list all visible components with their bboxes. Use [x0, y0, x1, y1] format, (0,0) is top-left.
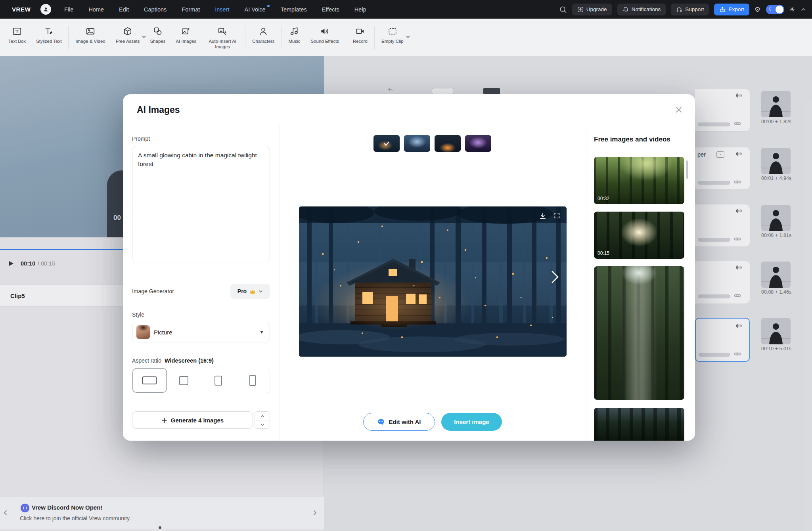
crown-icon: [249, 288, 256, 294]
toolbar-characters[interactable]: Characters: [247, 19, 280, 56]
toolbar-auto-insert-ai-images[interactable]: Auto-Insert AI Images: [201, 19, 243, 56]
result-preview-panel: Edit with AI Insert image: [280, 125, 586, 441]
settings-gear-icon[interactable]: ⚙: [755, 5, 761, 14]
menu-file[interactable]: File: [64, 6, 73, 13]
sun-icon[interactable]: ☀: [789, 6, 795, 13]
chevron-down-icon[interactable]: [406, 34, 410, 39]
next-image-icon[interactable]: [550, 269, 560, 285]
image-generator-row: Image Generator Pro: [132, 284, 270, 299]
aspect-option-portrait[interactable]: [201, 368, 236, 393]
ai-images-icon: [181, 27, 191, 36]
prompt-label: Prompt: [132, 136, 150, 142]
image-actions: [539, 212, 560, 220]
toolbar-text-box[interactable]: Text Box: [3, 19, 31, 56]
moon-icon: ☾: [769, 6, 773, 12]
result-thumb-3[interactable]: [435, 135, 461, 152]
widescreen-shape: [142, 376, 157, 384]
aspect-option-vertical[interactable]: [236, 368, 270, 393]
plus-icon: [161, 417, 167, 423]
stepper-up[interactable]: [255, 412, 270, 420]
toggle-knob: [776, 6, 783, 13]
aspect-ratio-value: Widescreen (16:9): [165, 357, 214, 364]
text-box-icon: [12, 27, 22, 36]
headset-icon: [676, 6, 682, 13]
shapes-icon: [153, 27, 163, 36]
toolbar-stylized-text[interactable]: Stylized Text: [31, 19, 67, 56]
stepper-down[interactable]: [255, 420, 270, 429]
app-logo: VREW: [12, 0, 31, 19]
fullscreen-icon[interactable]: [553, 212, 560, 220]
ai-images-modal: AI Images Prompt A small glowing cabin i…: [123, 94, 695, 441]
menu-insert[interactable]: Insert: [215, 6, 229, 13]
insert-image-button[interactable]: Insert image: [441, 413, 502, 431]
export-button[interactable]: Export: [714, 4, 749, 15]
menu-templates[interactable]: Templates: [281, 6, 307, 13]
app-screen: VREW File Home Edit Captions Format Inse…: [0, 0, 812, 531]
result-thumb-1-selected[interactable]: [373, 135, 400, 152]
toolbar-sound-effects[interactable]: Sound Effects: [306, 19, 344, 56]
search-icon[interactable]: [559, 6, 567, 13]
toolbar-empty-clip[interactable]: Empty Clip: [376, 19, 409, 56]
theme-toggle[interactable]: ☾: [766, 5, 784, 14]
free-media-item[interactable]: [594, 408, 684, 441]
duration-badge: 00:32: [598, 196, 609, 201]
chevron-up-icon[interactable]: [800, 6, 806, 13]
toolbar-record[interactable]: Record: [348, 19, 373, 56]
download-icon[interactable]: [539, 212, 547, 220]
upgrade-button[interactable]: Upgrade: [572, 4, 612, 15]
aspect-option-square[interactable]: [167, 368, 201, 393]
insert-toolbar: Text Box Stylized Text Image & Video Fre…: [0, 19, 812, 56]
notification-dot: [267, 5, 270, 7]
notifications-button[interactable]: Notifications: [617, 4, 666, 15]
toolbar-divider: [346, 26, 346, 49]
user-avatar[interactable]: [40, 4, 51, 15]
toolbar-ai-images[interactable]: AI Images: [170, 19, 201, 56]
free-media-item[interactable]: 00:15: [594, 212, 684, 259]
top-menubar: VREW File Home Edit Captions Format Inse…: [0, 0, 812, 19]
aspect-ratio-row: Aspect ratio Widescreen (16:9): [132, 357, 214, 364]
music-icon: [289, 27, 299, 36]
modal-title: AI Images: [137, 94, 180, 125]
vertical-shape: [249, 375, 256, 386]
generate-images-button[interactable]: Generate 4 images: [132, 411, 253, 429]
toolbar-shapes[interactable]: Shapes: [145, 19, 170, 56]
empty-clip-icon: [388, 27, 397, 36]
result-thumb-2[interactable]: [404, 135, 430, 152]
stylized-text-icon: [44, 27, 54, 36]
prompt-input[interactable]: A small glowing cabin in the magical twi…: [132, 146, 270, 262]
image-generator-select[interactable]: Pro: [230, 284, 270, 299]
free-media-item[interactable]: [594, 266, 684, 400]
caret-down-icon: ▼: [259, 329, 264, 335]
menu-captions[interactable]: Captions: [144, 6, 167, 13]
support-button[interactable]: Support: [671, 4, 709, 15]
main-menu: File Home Edit Captions Format Insert AI…: [64, 0, 366, 19]
toolbar-divider: [245, 26, 245, 49]
characters-icon: [259, 27, 268, 36]
menu-edit[interactable]: Edit: [119, 6, 129, 13]
selected-overlay: [373, 135, 400, 152]
image-generator-label: Image Generator: [132, 288, 174, 294]
menu-ai-voice[interactable]: AI Voice: [244, 6, 265, 13]
toolbar-image-video[interactable]: Image & Video: [70, 19, 110, 56]
bell-icon: [622, 6, 629, 13]
edit-with-ai-button[interactable]: Edit with AI: [363, 413, 435, 431]
toolbar-free-assets[interactable]: Free Assets: [111, 19, 145, 56]
style-select[interactable]: Picture ▼: [132, 322, 270, 342]
menu-effects[interactable]: Effects: [322, 6, 339, 13]
modal-body: Prompt A small glowing cabin in the magi…: [123, 125, 695, 441]
free-media-panel: Free images and videos 00:32 00:15: [586, 125, 695, 441]
auto-insert-ai-images-icon: [218, 27, 227, 36]
menu-format[interactable]: Format: [182, 6, 200, 13]
scrollbar-thumb[interactable]: [686, 160, 688, 179]
chat-icon: [377, 418, 385, 426]
close-icon[interactable]: [673, 104, 685, 116]
menu-home[interactable]: Home: [88, 6, 104, 13]
check-icon: [383, 140, 390, 147]
aspect-ratio-options: [132, 368, 270, 393]
aspect-option-widescreen[interactable]: [132, 368, 167, 393]
free-media-item[interactable]: 00:32: [594, 157, 684, 204]
menu-help[interactable]: Help: [354, 6, 366, 13]
generated-image-preview[interactable]: [299, 206, 567, 357]
toolbar-music[interactable]: Music: [283, 19, 305, 56]
result-thumb-4[interactable]: [465, 135, 491, 152]
